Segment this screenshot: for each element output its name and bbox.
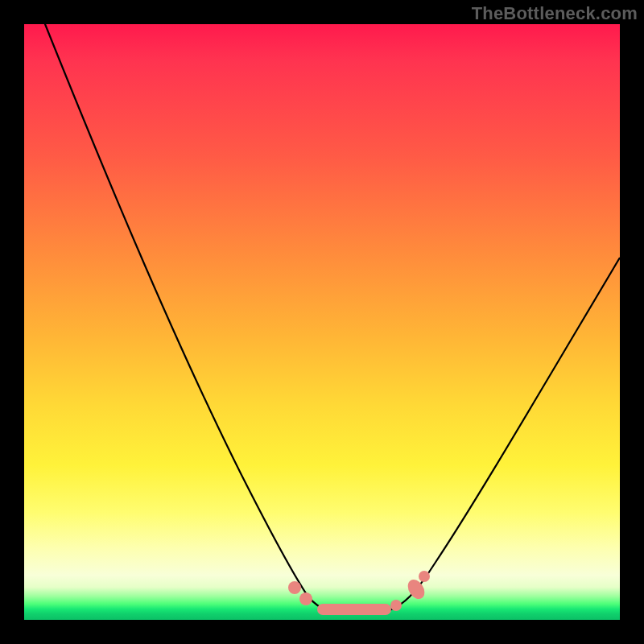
outer-frame: TheBottleneck.com [0, 0, 644, 644]
marker-dot [299, 592, 312, 605]
marker-dot [419, 571, 430, 582]
marker-dot [390, 600, 402, 611]
curve-right-branch [390, 258, 620, 610]
curve-layer [24, 24, 620, 620]
watermark-text: TheBottleneck.com [472, 3, 638, 24]
marker-dot [288, 581, 301, 594]
trough-markers [288, 571, 430, 615]
curve-left-branch [42, 16, 328, 610]
marker-bar [317, 604, 391, 615]
plot-area [24, 24, 620, 620]
